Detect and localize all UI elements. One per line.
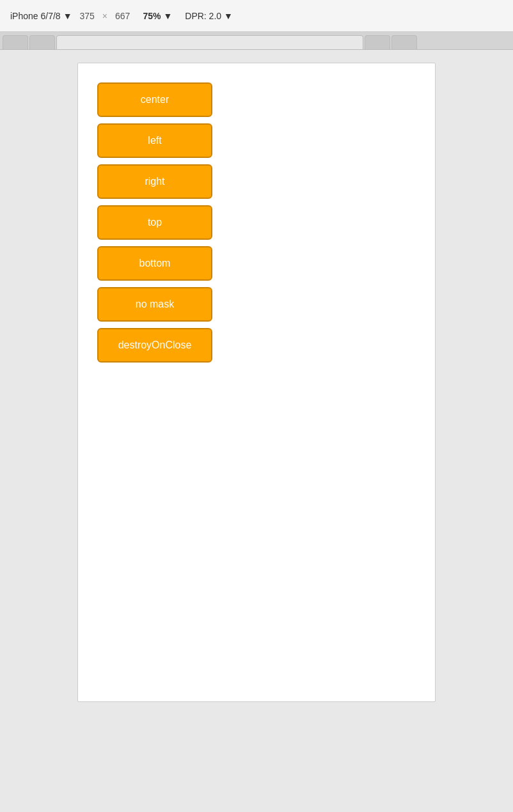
tab-item[interactable] bbox=[391, 35, 417, 49]
tab-item[interactable] bbox=[365, 35, 390, 49]
zoom-label: 75% bbox=[143, 11, 161, 21]
device-dropdown-arrow: ▼ bbox=[63, 11, 72, 21]
toolbar: iPhone 6/7/8 ▼ 375 × 667 75% ▼ DPR: 2.0 … bbox=[0, 0, 513, 32]
btn-center[interactable]: center bbox=[97, 82, 212, 117]
content-area: centerleftrighttopbottomno maskdestroyOn… bbox=[0, 50, 513, 715]
toolbar-width: 375 bbox=[79, 11, 94, 21]
dpr-selector[interactable]: DPR: 2.0 ▼ bbox=[185, 11, 233, 21]
device-selector[interactable]: iPhone 6/7/8 ▼ bbox=[10, 11, 72, 21]
dpr-dropdown-arrow: ▼ bbox=[224, 11, 233, 21]
btn-no-mask[interactable]: no mask bbox=[97, 287, 212, 322]
btn-destroy-on-close[interactable]: destroyOnClose bbox=[97, 328, 212, 363]
toolbar-height: 667 bbox=[115, 11, 130, 21]
tabs-bar bbox=[0, 32, 513, 50]
dpr-label: DPR: 2.0 bbox=[185, 11, 221, 21]
zoom-selector[interactable]: 75% ▼ bbox=[143, 11, 172, 21]
buttons-container: centerleftrighttopbottomno maskdestroyOn… bbox=[91, 76, 422, 369]
tab-item[interactable] bbox=[3, 35, 28, 49]
btn-left[interactable]: left bbox=[97, 123, 212, 158]
btn-bottom[interactable]: bottom bbox=[97, 246, 212, 281]
phone-frame: centerleftrighttopbottomno maskdestroyOn… bbox=[77, 63, 436, 702]
btn-top[interactable]: top bbox=[97, 205, 212, 240]
tab-item[interactable] bbox=[29, 35, 55, 49]
device-label: iPhone 6/7/8 bbox=[10, 11, 61, 21]
btn-right[interactable]: right bbox=[97, 164, 212, 199]
zoom-dropdown-arrow: ▼ bbox=[163, 11, 172, 21]
tab-item-active[interactable] bbox=[56, 35, 363, 49]
toolbar-x-separator: × bbox=[102, 11, 107, 21]
